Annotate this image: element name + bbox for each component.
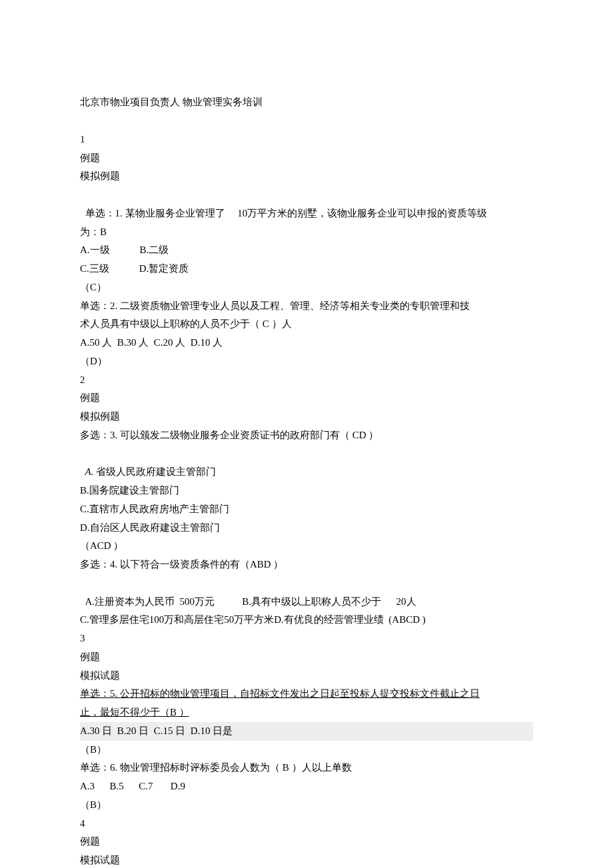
document-title: 北京市物业项目负责人 物业管理实务培训 xyxy=(80,93,533,112)
question-answer: （B） xyxy=(80,741,533,759)
question-stem: 多选：4. 以下符合一级资质条件的有（ABD ） xyxy=(80,556,533,574)
option-letter: A. xyxy=(85,466,94,477)
section-number: 1 xyxy=(80,131,533,149)
question-stem: 为：B xyxy=(80,223,533,242)
question-option: B.国务院建设主管部门 xyxy=(80,482,533,500)
section-label: 例题 xyxy=(80,389,533,408)
question-stem: 单选：1. 某物业服务企业管理了 10万平方米的别墅，该物业服务企业可以申报的资… xyxy=(80,186,533,223)
opt-b-count: 20人 xyxy=(396,596,416,607)
question-stem: 术人员具有中级以上职称的人员不少于（ C ）人 xyxy=(80,315,533,334)
section-label: 模拟例题 xyxy=(80,167,533,186)
opt-a-text: A.注册资本为人民币 500万元 xyxy=(85,596,215,607)
question-stem: 单选：5. 公开招标的物业管理项目，自招标文件发出之日起至投标人提交投标文件截止… xyxy=(80,685,533,703)
question-answer: （ACD ） xyxy=(80,537,533,556)
question-answer: （B） xyxy=(80,796,533,815)
question-options: A.50 人 B.30 人 C.20 人 D.10 人 xyxy=(80,334,533,352)
stem-text: 单选：1. 某物业服务企业管理了 xyxy=(85,208,225,218)
question-option: C.直辖市人民政府房地产主管部门 xyxy=(80,500,533,519)
opt-b-text: B.具有中级以上职称人员不少于 xyxy=(242,596,381,607)
question-stem: 单选：6. 物业管理招标时评标委员会人数为（ B ）人以上单数 xyxy=(80,759,533,777)
question-stem: 止，最短不得少于（B ） xyxy=(80,703,533,722)
section-label: 模拟试题 xyxy=(80,667,533,685)
section-number: 3 xyxy=(80,630,533,648)
section-label: 例题 xyxy=(80,833,533,851)
question-stem: 多选：3. 可以颁发二级物业服务企业资质证书的政府部门有（ CD ） xyxy=(80,426,533,445)
question-options: C.管理多层住宅100万和高层住宅50万平方米D.有优良的经营管理业绩 (ABC… xyxy=(80,611,533,630)
section-number: 2 xyxy=(80,371,533,390)
section-label: 模拟试题 xyxy=(80,851,533,868)
question-stem: 单选：2. 二级资质物业管理专业人员以及工程、管理、经济等相关专业类的专职管理和… xyxy=(80,297,533,316)
question-answer: （D） xyxy=(80,352,533,371)
section-label: 模拟例题 xyxy=(80,408,533,426)
question-options: A.注册资本为人民币 500万元 B.具有中级以上职称人员不少于 20人 xyxy=(80,574,533,612)
stem-text: 10万平方米的别墅，该物业服务企业可以申报的资质等级 xyxy=(237,208,487,218)
section-number: 4 xyxy=(80,815,533,833)
section-label: 例题 xyxy=(80,149,533,168)
question-option: A. 省级人民政府建设主管部门 xyxy=(80,445,533,482)
question-options: C.三级 D.暂定资质 xyxy=(80,260,533,278)
question-options: A.一级 B.二级 xyxy=(80,241,533,260)
option-text: 省级人民政府建设主管部门 xyxy=(93,466,216,477)
section-label: 例题 xyxy=(80,648,533,667)
question-options: A.30 日 B.20 日 C.15 日 D.10 日是 xyxy=(80,722,533,741)
question-option: D.自治区人民政府建设主管部门 xyxy=(80,519,533,538)
question-options: A.3 B.5 C.7 D.9 xyxy=(80,777,533,796)
question-answer: （C） xyxy=(80,278,533,297)
